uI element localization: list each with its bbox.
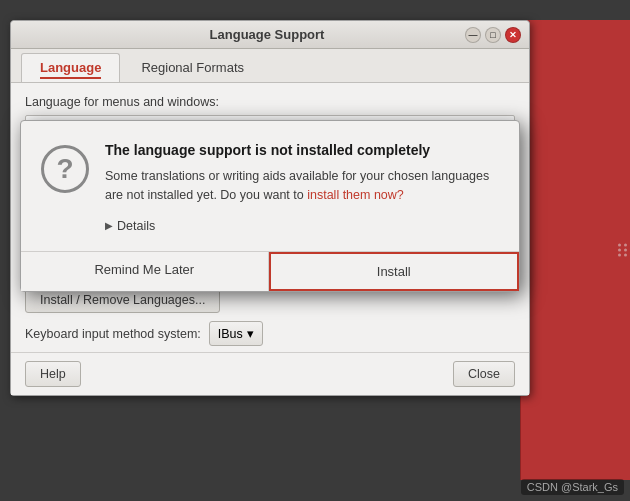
language-section-label: Language for menus and windows: [25,95,515,109]
minimize-button[interactable]: — [465,27,481,43]
tab-language[interactable]: Language [21,53,120,82]
chevron-down-icon: ▾ [247,326,254,341]
modal-footer: Remind Me Later Install [21,251,519,291]
close-window-button[interactable]: ✕ [505,27,521,43]
modal-text: The language support is not installed co… [105,141,499,237]
keyboard-row: Keyboard input method system: IBus ▾ [25,321,515,346]
modal-desc-text: Some translations or writing aids availa… [105,169,489,202]
details-label: Details [117,219,155,233]
close-button[interactable]: Close [453,361,515,387]
tab-regional-formats[interactable]: Regional Formats [122,53,263,82]
panel-controls [618,244,628,257]
dot [624,244,627,247]
watermark: CSDN @Stark_Gs [521,479,624,495]
help-close-row: Help Close [11,352,529,395]
dot [618,244,621,247]
question-icon: ? [41,145,89,193]
help-button[interactable]: Help [25,361,81,387]
dot [624,254,627,257]
title-bar-controls: — □ ✕ [465,27,521,43]
dot [624,249,627,252]
right-panel-edge [520,20,630,480]
install-remove-area: Install / Remove Languages... Keyboard i… [11,283,529,352]
details-arrow-icon: ▶ [105,220,113,231]
keyboard-method-select[interactable]: IBus ▾ [209,321,263,346]
title-bar: Language Support — □ ✕ [11,21,529,49]
install-button[interactable]: Install [269,252,520,291]
keyboard-label: Keyboard input method system: [25,327,201,341]
dot [618,249,621,252]
modal-title: The language support is not installed co… [105,141,499,159]
panel-dots [618,244,628,257]
modal-description: Some translations or writing aids availa… [105,167,499,205]
window-title: Language Support [69,27,465,42]
keyboard-value: IBus [218,327,243,341]
modal-body: ? The language support is not installed … [21,121,519,237]
dot [618,254,621,257]
modal-dialog: ? The language support is not installed … [20,120,520,292]
modal-desc-link: install them now? [307,188,404,202]
maximize-button[interactable]: □ [485,27,501,43]
details-row[interactable]: ▶ Details [105,215,499,237]
tab-bar: Language Regional Formats [11,49,529,83]
remind-later-button[interactable]: Remind Me Later [21,252,268,291]
